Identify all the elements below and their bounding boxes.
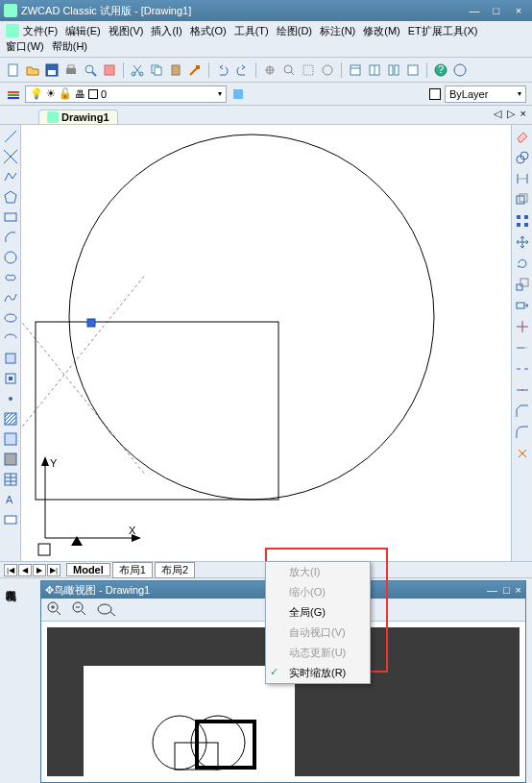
- aerial-max-button[interactable]: □: [503, 584, 510, 596]
- close-button[interactable]: ×: [509, 5, 528, 16]
- print-icon[interactable]: [63, 62, 79, 78]
- zoom-in-icon[interactable]: [47, 601, 62, 619]
- ctx-auto-viewport[interactable]: 自动视口(V): [266, 623, 370, 643]
- help-icon[interactable]: ?: [433, 62, 448, 78]
- move-icon[interactable]: [515, 234, 530, 250]
- point-icon[interactable]: [3, 391, 18, 406]
- menu-window[interactable]: 窗口(W): [6, 39, 44, 54]
- offset-icon[interactable]: [515, 192, 530, 208]
- table-icon[interactable]: [3, 472, 18, 487]
- menu-edit[interactable]: 编辑(E): [65, 24, 101, 38]
- undo-icon[interactable]: [215, 62, 230, 78]
- copy-obj-icon[interactable]: [515, 150, 530, 165]
- ctx-global[interactable]: 全局(G): [266, 602, 370, 623]
- line-icon[interactable]: [3, 129, 18, 144]
- stretch-icon[interactable]: [515, 298, 530, 313]
- make-block-icon[interactable]: [3, 371, 18, 386]
- sheet-tab-layout1[interactable]: 布局1: [112, 562, 153, 578]
- mtext-icon[interactable]: A: [3, 492, 18, 507]
- tab-prev-button[interactable]: ◁: [494, 108, 501, 120]
- zoom-out-icon[interactable]: [72, 601, 87, 619]
- mirror-icon[interactable]: [515, 171, 530, 186]
- sheet-tab-layout2[interactable]: 布局2: [155, 562, 195, 578]
- sheet-last-button[interactable]: ▶|: [47, 564, 60, 576]
- cut-icon[interactable]: [130, 62, 145, 78]
- copy-icon[interactable]: [149, 62, 164, 78]
- erase-icon[interactable]: [515, 129, 530, 144]
- document-tab[interactable]: Drawing1: [38, 110, 118, 124]
- save-icon[interactable]: [44, 62, 60, 78]
- ctx-dynamic-update[interactable]: 动态更新(U): [266, 643, 370, 663]
- aerial-close-button[interactable]: ×: [516, 584, 521, 596]
- wipeout-icon[interactable]: [3, 512, 18, 527]
- scale-icon[interactable]: [515, 277, 530, 292]
- drawing-canvas[interactable]: Y X: [21, 125, 511, 561]
- side-label[interactable]: 鸟瞰视图: [0, 578, 40, 783]
- open-icon[interactable]: [25, 62, 40, 78]
- color-swatch[interactable]: [429, 88, 441, 100]
- array-icon[interactable]: [515, 213, 530, 229]
- circle-icon[interactable]: [3, 250, 18, 265]
- chamfer-icon[interactable]: [515, 404, 530, 419]
- zoom-global-icon[interactable]: [97, 601, 116, 619]
- zoom-rt-icon[interactable]: [281, 62, 297, 78]
- revcloud-icon[interactable]: [3, 270, 18, 285]
- maximize-button[interactable]: □: [487, 5, 506, 16]
- ellipse-icon[interactable]: [3, 310, 18, 326]
- spline-icon[interactable]: [3, 290, 18, 306]
- menu-insert[interactable]: 插入(I): [151, 24, 181, 38]
- layer-props-icon[interactable]: [6, 86, 21, 102]
- hatch-icon[interactable]: [3, 411, 18, 427]
- pan-icon[interactable]: [262, 62, 278, 78]
- tab-close-button[interactable]: ×: [520, 108, 526, 120]
- trim-icon[interactable]: [515, 319, 530, 334]
- join-icon[interactable]: [515, 382, 530, 398]
- sheet-next-button[interactable]: ▶: [33, 564, 46, 576]
- sheet-prev-button[interactable]: ◀: [18, 564, 32, 576]
- tab-next-button[interactable]: ▷: [507, 108, 515, 120]
- menu-view[interactable]: 视图(V): [109, 24, 144, 38]
- minimize-button[interactable]: —: [465, 5, 484, 16]
- break-icon[interactable]: [515, 361, 530, 377]
- zoom-prev-icon[interactable]: [320, 62, 335, 78]
- layer-states-icon[interactable]: [230, 86, 246, 102]
- bylayer-selector[interactable]: ByLayer ▾: [445, 86, 526, 103]
- tool-palette-icon[interactable]: [386, 62, 401, 78]
- region-icon[interactable]: [3, 452, 18, 467]
- gradient-icon[interactable]: [3, 431, 18, 447]
- menu-format[interactable]: 格式(O): [190, 24, 227, 38]
- design-center-icon[interactable]: [367, 62, 382, 78]
- new-icon[interactable]: [6, 62, 21, 78]
- menu-dimension[interactable]: 标注(N): [320, 24, 355, 38]
- ctx-zoom-out[interactable]: 缩小(O): [266, 582, 370, 602]
- ctx-realtime-zoom[interactable]: ✓实时缩放(R): [266, 663, 370, 683]
- fillet-icon[interactable]: [515, 425, 530, 440]
- menu-file[interactable]: 文件(F): [23, 24, 58, 38]
- zoom-window-icon[interactable]: [301, 62, 316, 78]
- menu-help[interactable]: 帮助(H): [52, 39, 87, 54]
- xline-icon[interactable]: [3, 149, 18, 164]
- menu-et[interactable]: ET扩展工具(X): [408, 24, 478, 38]
- rectangle-icon[interactable]: [3, 209, 18, 225]
- ellipse-arc-icon[interactable]: [3, 330, 18, 346]
- publish-icon[interactable]: [102, 62, 117, 78]
- aerial-min-button[interactable]: —: [487, 584, 497, 596]
- extend-icon[interactable]: [515, 340, 530, 355]
- sheet-tab-model[interactable]: Model: [66, 563, 110, 576]
- ctx-zoom-in[interactable]: 放大(I): [266, 562, 370, 582]
- props-icon[interactable]: [348, 62, 363, 78]
- menu-modify[interactable]: 修改(M): [363, 24, 400, 38]
- polyline-icon[interactable]: [3, 169, 18, 184]
- calc-icon[interactable]: [405, 62, 421, 78]
- explode-icon[interactable]: [515, 446, 530, 461]
- arc-icon[interactable]: [3, 230, 18, 245]
- menu-draw[interactable]: 绘图(D): [277, 24, 312, 38]
- sheet-first-button[interactable]: |◀: [4, 564, 17, 576]
- match-icon[interactable]: [187, 62, 203, 78]
- menu-tools[interactable]: 工具(T): [234, 24, 269, 38]
- polygon-icon[interactable]: [3, 189, 18, 205]
- paste-icon[interactable]: [168, 62, 183, 78]
- insert-block-icon[interactable]: [3, 351, 18, 366]
- redo-icon[interactable]: [234, 62, 250, 78]
- preview-icon[interactable]: [83, 62, 98, 78]
